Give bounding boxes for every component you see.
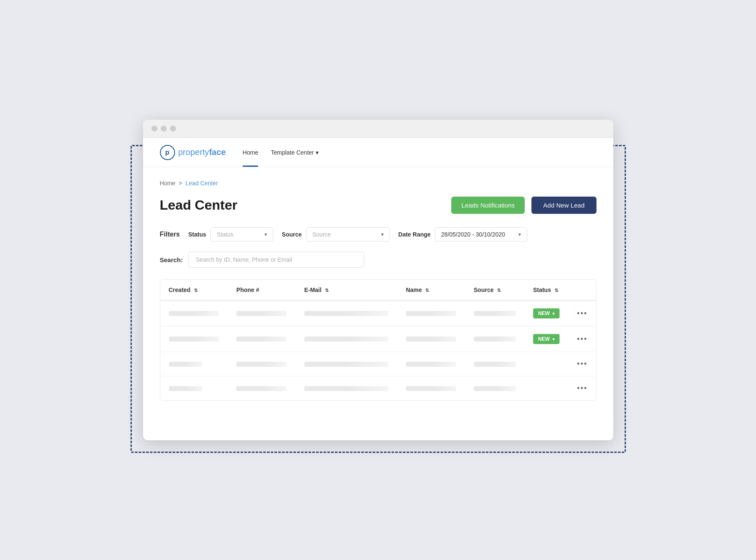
badge-chevron-icon: ▾ (552, 337, 555, 342)
td-phone (228, 376, 296, 401)
td-source (466, 352, 525, 376)
td-email (296, 326, 398, 352)
header-buttons: Leads Notifications Add New Lead (451, 197, 596, 214)
col-status: Status ⇅ (525, 280, 568, 300)
td-status: NEW ▾ (525, 300, 568, 326)
main-content: Home > Lead Center Lead Center Leads Not… (143, 167, 613, 413)
status-badge-new[interactable]: NEW ▾ (533, 308, 560, 318)
leads-notifications-button[interactable]: Leads Notifications (451, 197, 525, 214)
td-created (160, 376, 228, 401)
td-status: NEW ▾ (525, 326, 568, 352)
logo: p propertyface (160, 145, 226, 160)
td-email (296, 352, 398, 376)
more-options-button[interactable]: ••• (577, 335, 588, 343)
table-row: ••• (160, 352, 596, 376)
search-row: Search: (160, 252, 596, 268)
td-actions: ••• (568, 352, 596, 376)
breadcrumb-separator: > (179, 180, 182, 187)
table-header: Created ⇅ Phone # E-Mail ⇅ (160, 280, 596, 300)
td-created (160, 326, 228, 352)
badge-chevron-icon: ▾ (552, 311, 555, 316)
td-phone (228, 352, 296, 376)
col-actions (568, 280, 596, 300)
breadcrumb: Home > Lead Center (160, 180, 596, 187)
td-actions: ••• (568, 326, 596, 352)
search-input[interactable] (188, 252, 364, 268)
created-sort-icon[interactable]: ⇅ (194, 288, 198, 293)
browser-dot-green (170, 126, 176, 131)
col-name: Name ⇅ (398, 280, 466, 300)
td-created (160, 300, 228, 326)
col-source: Source ⇅ (466, 280, 525, 300)
table-body: NEW ▾ ••• (160, 300, 596, 400)
date-range-chevron-icon: ▾ (518, 231, 521, 237)
status-sort-icon[interactable]: ⇅ (555, 288, 558, 293)
td-name (398, 300, 466, 326)
td-source (466, 326, 525, 352)
browser-window: p propertyface Home Template Center ▾ (143, 120, 613, 440)
table-header-row: Created ⇅ Phone # E-Mail ⇅ (160, 280, 596, 300)
filters-row: Filters Status Status ▾ Source Source ▾ (160, 227, 596, 242)
filter-source-group: Source Source ▾ (282, 227, 390, 242)
email-sort-icon[interactable]: ⇅ (325, 288, 329, 293)
table-row: ••• (160, 376, 596, 401)
page-title: Lead Center (160, 197, 238, 213)
browser-dot-red (152, 126, 157, 131)
source-sort-icon[interactable]: ⇅ (497, 288, 501, 293)
col-created: Created ⇅ (160, 280, 228, 300)
source-filter-label: Source (282, 231, 301, 238)
nav-links: Home Template Center ▾ (243, 138, 319, 167)
td-email (296, 376, 398, 401)
filter-status-group: Status Status ▾ (188, 227, 274, 242)
breadcrumb-home[interactable]: Home (160, 180, 175, 187)
td-phone (228, 300, 296, 326)
outer-wrapper: p propertyface Home Template Center ▾ (143, 120, 613, 440)
td-phone (228, 326, 296, 352)
logo-text: propertyface (178, 147, 226, 157)
logo-icon: p (160, 145, 175, 160)
search-label: Search: (160, 256, 183, 263)
table-row: NEW ▾ ••• (160, 326, 596, 352)
status-badge-new[interactable]: NEW ▾ (533, 334, 560, 344)
add-new-lead-button[interactable]: Add New Lead (531, 197, 596, 214)
td-email (296, 300, 398, 326)
td-actions: ••• (568, 300, 596, 326)
leads-table: Created ⇅ Phone # E-Mail ⇅ (160, 280, 596, 400)
browser-chrome (143, 120, 613, 138)
navbar: p propertyface Home Template Center ▾ (143, 138, 613, 167)
td-name (398, 376, 466, 401)
td-name (398, 352, 466, 376)
page-header: Lead Center Leads Notifications Add New … (160, 197, 596, 214)
status-chevron-icon: ▾ (264, 231, 267, 237)
browser-dot-yellow (161, 126, 167, 131)
more-options-button[interactable]: ••• (577, 384, 588, 392)
date-range-group: Date Range 28/05/2020 - 30/10/2020 ▾ (398, 227, 527, 242)
col-phone: Phone # (228, 280, 296, 300)
date-range-label: Date Range (398, 231, 431, 238)
status-filter-select[interactable]: Status ▾ (210, 227, 273, 242)
td-source (466, 300, 525, 326)
td-created (160, 352, 228, 376)
nav-template-center[interactable]: Template Center ▾ (271, 138, 319, 167)
name-sort-icon[interactable]: ⇅ (425, 288, 429, 293)
td-status (525, 352, 568, 376)
td-source (466, 376, 525, 401)
more-options-button[interactable]: ••• (577, 360, 588, 368)
nav-home[interactable]: Home (243, 138, 258, 167)
source-filter-select[interactable]: Source ▾ (306, 227, 390, 242)
table-container: Created ⇅ Phone # E-Mail ⇅ (160, 279, 596, 401)
col-email: E-Mail ⇅ (296, 280, 398, 300)
date-range-picker[interactable]: 28/05/2020 - 30/10/2020 ▾ (435, 227, 527, 242)
td-name (398, 326, 466, 352)
filters-label: Filters (160, 231, 180, 238)
td-actions: ••• (568, 376, 596, 401)
table-row: NEW ▾ ••• (160, 300, 596, 326)
status-filter-label: Status (188, 231, 207, 238)
breadcrumb-current[interactable]: Lead Center (186, 180, 218, 187)
more-options-button[interactable]: ••• (577, 309, 588, 318)
source-chevron-icon: ▾ (381, 231, 384, 237)
td-status (525, 376, 568, 401)
app-content: p propertyface Home Template Center ▾ (143, 138, 613, 440)
